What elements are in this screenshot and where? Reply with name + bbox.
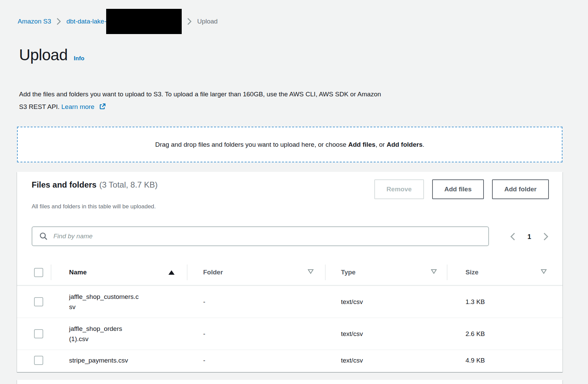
row-checkbox[interactable]	[34, 356, 43, 365]
info-link[interactable]: Info	[74, 55, 84, 62]
search-input[interactable]	[32, 226, 489, 246]
panel-title: Files and folders(3 Total, 8.7 KB)	[32, 180, 158, 190]
panel-description: All files and folders in this table will…	[32, 203, 156, 210]
redaction-box	[106, 9, 182, 34]
chevron-left-icon[interactable]	[510, 232, 516, 241]
sort-ascending-icon[interactable]	[168, 270, 175, 275]
chevron-right-icon	[187, 18, 192, 25]
file-name: jaffle_shop_customers.csv	[69, 292, 141, 312]
select-all-cell	[17, 260, 51, 285]
files-and-folders-panel: Files and folders(3 Total, 8.7 KB) All f…	[17, 172, 562, 372]
column-header-folder[interactable]: Folder	[187, 260, 325, 285]
file-size: 2.6 KB	[447, 318, 562, 350]
files-table: Name Folder Type Size	[17, 260, 562, 371]
panel-title-count: (3 Total, 8.7 KB)	[99, 180, 158, 189]
pagination: 1	[510, 230, 549, 243]
file-name: jaffle_shop_orders (1).csv	[69, 324, 141, 344]
panel-title-text: Files and folders	[32, 180, 97, 189]
add-files-button[interactable]: Add files	[432, 179, 484, 199]
chevron-right-icon[interactable]	[543, 232, 549, 241]
learn-more-link[interactable]: Learn more	[61, 103, 94, 110]
drag-drop-zone[interactable]: Drag and drop files and folders you want…	[17, 127, 562, 162]
column-divider	[51, 265, 51, 280]
file-folder: -	[187, 318, 325, 350]
filter-icon[interactable]	[430, 269, 437, 276]
page-header: Upload Info	[19, 46, 84, 64]
column-header-name[interactable]: Name	[51, 260, 187, 285]
drag-drop-text: Drag and drop files and folders you want…	[155, 141, 424, 148]
file-type: text/csv	[325, 350, 447, 371]
page-title: Upload	[19, 46, 68, 64]
external-link-icon[interactable]	[99, 105, 106, 112]
row-checkbox[interactable]	[34, 297, 43, 306]
search-icon	[39, 232, 48, 242]
column-divider	[187, 265, 187, 280]
breadcrumb-upload: Upload	[197, 18, 217, 25]
file-name: stripe_payments.csv	[69, 355, 141, 366]
table-row: jaffle_shop_customers.csv - text/csv 1.3…	[17, 286, 562, 318]
column-header-size[interactable]: Size	[447, 260, 562, 285]
filter-icon[interactable]	[307, 269, 314, 276]
table-row: stripe_payments.csv - text/csv 4.9 KB	[17, 350, 562, 371]
chevron-right-icon	[56, 18, 61, 25]
row-checkbox[interactable]	[34, 329, 43, 338]
breadcrumb-amazon-s3[interactable]: Amazon S3	[18, 18, 51, 25]
breadcrumb: Amazon S3 dbt-data-lake- Upload	[18, 10, 218, 33]
add-folders-mention: Add folders	[387, 141, 423, 148]
file-type: text/csv	[325, 286, 447, 318]
column-divider	[447, 265, 447, 280]
filter-icon[interactable]	[540, 269, 547, 276]
panel-actions: Remove Add files Add folder	[374, 179, 549, 199]
file-folder: -	[187, 286, 325, 318]
breadcrumb-bucket[interactable]: dbt-data-lake-	[66, 18, 106, 25]
table-row: jaffle_shop_orders (1).csv - text/csv 2.…	[17, 318, 562, 350]
intro-line1: Add the files and folders you want to up…	[19, 91, 381, 98]
column-divider	[325, 265, 326, 280]
file-folder: -	[187, 350, 325, 371]
table-header-row: Name Folder Type Size	[17, 260, 562, 286]
search-bar	[32, 226, 489, 246]
file-type: text/csv	[325, 318, 447, 350]
page-number[interactable]: 1	[527, 233, 531, 241]
add-folder-button[interactable]: Add folder	[492, 179, 549, 199]
add-files-mention: Add files	[348, 141, 375, 148]
intro-line2: S3 REST API.	[19, 103, 60, 110]
next-panel-edge	[17, 380, 562, 384]
file-size: 4.9 KB	[447, 350, 562, 371]
intro-text: Add the files and folders you want to up…	[19, 88, 381, 114]
select-all-checkbox[interactable]	[34, 268, 43, 277]
column-header-type[interactable]: Type	[325, 260, 447, 285]
remove-button[interactable]: Remove	[374, 179, 424, 199]
file-size: 1.3 KB	[447, 286, 562, 318]
